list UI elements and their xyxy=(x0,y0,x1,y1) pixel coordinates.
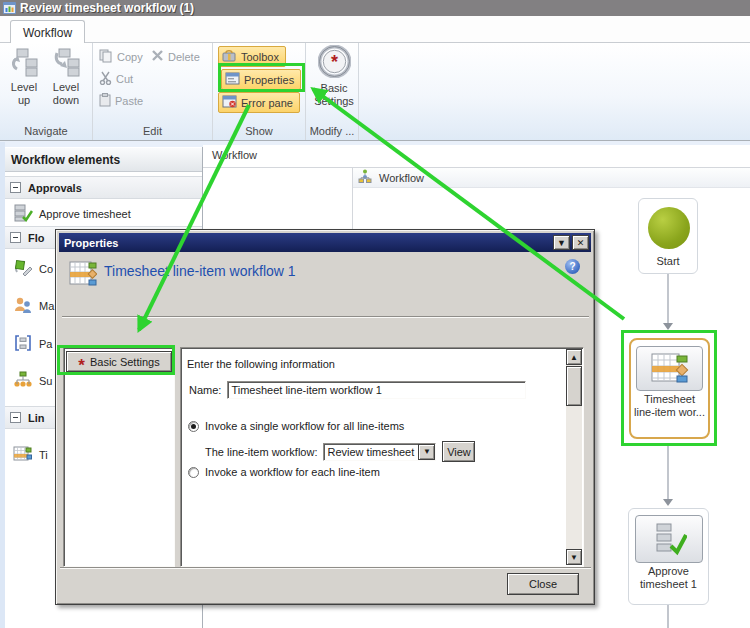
element-label: Co xyxy=(39,263,53,275)
dialog-titlebar[interactable]: Properties ▼ ✕ xyxy=(59,233,591,252)
close-button[interactable]: Close xyxy=(507,573,579,595)
dialog-footer-separator xyxy=(60,567,591,568)
approve-node-icon-plate xyxy=(635,515,703,563)
instruction-text: Enter the following information xyxy=(187,358,335,370)
dialog-header-icon xyxy=(69,261,97,289)
properties-icon xyxy=(225,72,240,87)
dialog-content: Enter the following information Name: Ti… xyxy=(180,347,584,567)
workflow-breadcrumb-icon xyxy=(358,169,372,186)
level-down-button[interactable]: Level down xyxy=(46,47,86,107)
canvas-panel-title: Workflow xyxy=(212,149,257,161)
copy-icon xyxy=(99,49,113,65)
help-icon[interactable]: ? xyxy=(565,259,580,274)
subworkflow-icon xyxy=(13,371,33,391)
line-item-workflow-select[interactable]: Review timesheet ▼ xyxy=(323,443,436,461)
app-icon xyxy=(3,2,16,14)
collapse-minus-icon[interactable] xyxy=(10,182,21,193)
connector-timesheet-approve xyxy=(667,446,669,500)
ribbon-group-edit-label: Edit xyxy=(93,125,212,137)
manual-decision-icon xyxy=(13,296,33,316)
approval-element-icon xyxy=(13,204,33,224)
ribbon-group-modify: * Basic Settings Modify ... xyxy=(306,43,359,140)
basic-settings-asterisk-icon: * xyxy=(78,361,85,371)
start-node-shape xyxy=(648,207,690,249)
ribbon-group-modify-label: Modify ... xyxy=(306,125,358,137)
cut-icon xyxy=(99,71,112,87)
copy-label: Copy xyxy=(117,51,143,63)
dialog-dropdown-button[interactable]: ▼ xyxy=(553,235,570,250)
line-item-workflow-label: The line-item workflow: xyxy=(205,446,317,458)
collapse-minus-icon[interactable] xyxy=(10,232,21,243)
basic-settings-button[interactable]: * Basic Settings xyxy=(66,351,172,372)
scrollbar-thumb[interactable] xyxy=(566,366,582,406)
properties-button[interactable]: Properties xyxy=(221,69,301,90)
radio-each-line-item[interactable] xyxy=(188,467,199,478)
tab-workflow[interactable]: Workflow xyxy=(10,20,85,44)
element-approve-timesheet[interactable]: Approve timesheet xyxy=(5,202,202,226)
timesheet-node-icon xyxy=(651,353,689,385)
level-up-button[interactable]: Level up xyxy=(4,47,44,107)
cut-label: Cut xyxy=(116,73,133,85)
scroll-up-icon[interactable]: ▲ xyxy=(566,349,582,365)
section-flow-label: Flo xyxy=(28,232,45,244)
collapse-minus-icon[interactable] xyxy=(10,412,21,423)
properties-dialog: Properties ▼ ✕ Timesheet line-item workf… xyxy=(55,229,595,605)
paste-button[interactable]: Paste xyxy=(99,93,143,109)
level-up-label: Level up xyxy=(4,81,44,107)
properties-label: Properties xyxy=(244,74,294,86)
element-label: Ti xyxy=(39,449,48,461)
combo-selected-value: Review timesheet xyxy=(324,444,418,460)
node-approve-timesheet[interactable]: Approve timesheet 1 xyxy=(628,508,709,605)
ribbon: Level up Level down Navigate Copy Delete xyxy=(0,43,750,141)
section-line-item-label: Lin xyxy=(28,412,45,424)
window-title: Review timesheet workflow (1) xyxy=(20,1,194,15)
element-label: Pa xyxy=(39,338,52,350)
level-down-icon xyxy=(46,47,86,79)
node-start[interactable]: Start xyxy=(638,198,698,274)
error-pane-label: Error pane xyxy=(241,97,293,109)
paste-label: Paste xyxy=(115,95,143,107)
level-up-icon xyxy=(4,47,44,79)
combo-dropdown-icon[interactable]: ▼ xyxy=(418,444,435,460)
radio-each-label: Invoke a workflow for each line-item xyxy=(205,466,380,478)
radio-single-workflow[interactable] xyxy=(188,421,199,432)
element-label: Su xyxy=(39,375,52,387)
view-button[interactable]: View xyxy=(442,441,475,462)
toolbox-icon xyxy=(222,49,237,64)
dialog-scrollbar[interactable]: ▲ ▼ xyxy=(566,349,582,565)
copy-button[interactable]: Copy xyxy=(99,49,143,65)
window-titlebar[interactable]: Review timesheet workflow (1) xyxy=(0,0,750,16)
toolbox-label: Toolbox xyxy=(241,51,279,63)
delete-button[interactable]: Delete xyxy=(151,49,200,64)
node-timesheet-line-item[interactable]: Timesheet line-item wor... xyxy=(629,338,710,439)
delete-icon xyxy=(151,49,164,64)
approve-node-icon xyxy=(651,522,687,556)
dialog-close-icon-button[interactable]: ✕ xyxy=(572,235,589,250)
dialog-sidebar xyxy=(63,347,175,567)
section-approvals[interactable]: Approvals xyxy=(5,176,202,199)
approve-node-label: Approve timesheet 1 xyxy=(631,565,706,591)
conditional-decision-icon xyxy=(13,258,33,280)
error-pane-button[interactable]: Error pane xyxy=(218,92,300,113)
connector-arrowhead xyxy=(663,323,673,330)
scroll-down-icon[interactable]: ▼ xyxy=(566,549,582,565)
ribbon-group-show: Toolbox Properties Error pane Show xyxy=(213,43,306,140)
svg-text:*: * xyxy=(330,52,337,72)
cut-button[interactable]: Cut xyxy=(99,71,133,87)
element-label: Ma xyxy=(39,300,54,312)
ribbon-group-edit: Copy Delete Cut Paste Edit xyxy=(93,43,213,140)
canvas-breadcrumb[interactable]: Workflow xyxy=(353,168,750,188)
dialog-header-title: Timesheet line-item workflow 1 xyxy=(104,263,296,279)
basic-settings-ribbon-button[interactable]: * Basic Settings xyxy=(312,45,356,108)
connector-arrowhead xyxy=(663,499,673,506)
element-label: Approve timesheet xyxy=(39,208,131,220)
section-approvals-label: Approvals xyxy=(28,182,82,194)
ribbon-tab-row: Workflow xyxy=(0,16,750,43)
elements-panel-title: Workflow elements xyxy=(5,148,202,172)
error-pane-icon xyxy=(222,95,237,110)
name-input[interactable]: Timesheet line-item workflow 1 xyxy=(227,381,526,399)
basic-settings-ribbon-label: Basic Settings xyxy=(312,82,356,108)
delete-label: Delete xyxy=(168,51,200,63)
connector-start-timesheet xyxy=(667,274,669,324)
toolbox-button[interactable]: Toolbox xyxy=(218,46,286,67)
